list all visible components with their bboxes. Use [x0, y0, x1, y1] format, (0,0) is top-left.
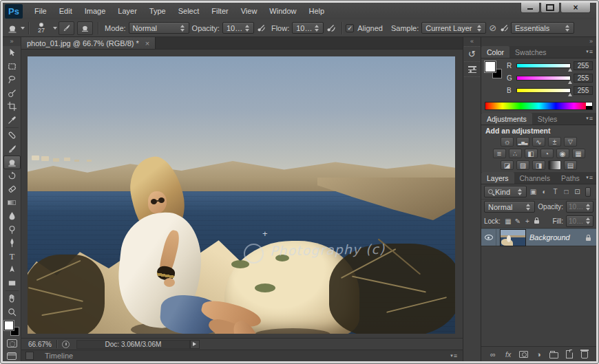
lock-transparency-icon[interactable]: ▦ — [503, 217, 513, 225]
adjustments-panel-menu-icon[interactable] — [586, 115, 593, 122]
dodge-tool[interactable] — [3, 223, 21, 237]
exposure-icon[interactable] — [548, 137, 561, 147]
layer-blend-mode-dropdown[interactable]: Normal — [484, 201, 535, 213]
flow-dropdown[interactable]: 100% — [292, 22, 324, 34]
white-black-picker[interactable] — [586, 103, 592, 109]
photo-filter-icon[interactable] — [540, 149, 554, 158]
quick-selection-tool[interactable] — [3, 87, 21, 100]
path-selection-tool[interactable] — [3, 263, 21, 277]
layer-row-background[interactable]: Background — [481, 228, 596, 246]
move-tool[interactable] — [3, 46, 21, 60]
timeline-tab[interactable]: Timeline — [45, 352, 73, 360]
layer-visibility-toggle[interactable] — [481, 229, 496, 246]
filter-adjustment-layers-icon[interactable]: ◐ — [540, 188, 549, 195]
gradient-tool[interactable] — [3, 196, 21, 210]
close-button[interactable] — [560, 3, 591, 13]
clone-stamp-tool[interactable] — [3, 156, 21, 169]
layer-styles-fx-button[interactable]: fx — [503, 349, 514, 360]
filter-type-layers-icon[interactable]: T — [551, 188, 560, 195]
eyedropper-tool[interactable] — [3, 114, 21, 127]
collapse-tools-chevron-icon[interactable]: » — [3, 37, 21, 46]
curves-icon[interactable] — [532, 137, 545, 147]
invert-icon[interactable] — [501, 160, 514, 170]
green-value-field[interactable]: 255 — [574, 74, 593, 83]
properties-panel-icon[interactable] — [464, 61, 480, 76]
close-tab-icon[interactable] — [145, 39, 149, 47]
pressure-size-icon[interactable] — [499, 23, 509, 33]
blend-mode-dropdown[interactable]: Normal — [129, 22, 189, 34]
blue-slider[interactable] — [516, 88, 571, 93]
maximize-button[interactable] — [540, 3, 560, 13]
document-tab[interactable]: photo_01.jpg @ 66.7% (RGB/8) * — [21, 37, 156, 49]
timeline-panel-menu-icon[interactable] — [450, 352, 457, 359]
history-brush-tool[interactable] — [3, 169, 21, 183]
green-slider[interactable] — [516, 76, 571, 81]
posterize-icon[interactable] — [516, 160, 529, 170]
status-options-arrow-button[interactable] — [190, 340, 200, 349]
new-layer-icon[interactable] — [564, 349, 575, 360]
lock-position-icon[interactable]: + — [523, 217, 532, 225]
brush-picker-caret-icon[interactable] — [53, 27, 57, 30]
layer-opacity-dropdown[interactable]: 100% — [566, 201, 593, 213]
foreground-background-swatches[interactable] — [3, 320, 20, 336]
shape-tool[interactable] — [3, 277, 21, 290]
add-layer-mask-icon[interactable] — [518, 349, 529, 360]
brush-size-preview[interactable]: 27 — [32, 21, 50, 36]
lock-all-icon[interactable] — [532, 217, 542, 225]
hand-tool[interactable] — [3, 292, 21, 306]
color-panel-menu-icon[interactable] — [586, 48, 593, 55]
levels-icon[interactable] — [516, 137, 529, 147]
selective-color-icon[interactable] — [564, 160, 577, 170]
marquee-tool[interactable] — [3, 60, 21, 74]
brush-tool[interactable] — [3, 142, 21, 156]
expand-dock-chevron-icon[interactable]: « — [463, 37, 481, 46]
delete-layer-icon[interactable] — [579, 349, 590, 360]
ignore-adjustment-layers-icon[interactable]: ⊘ — [489, 23, 496, 33]
gradient-map-icon[interactable] — [548, 160, 561, 170]
brightness-contrast-icon[interactable] — [501, 137, 514, 147]
filter-kind-dropdown[interactable]: Kind — [484, 186, 527, 197]
screen-mode-button[interactable] — [7, 352, 17, 360]
color-lookup-icon[interactable] — [572, 149, 585, 158]
eraser-tool[interactable] — [3, 182, 21, 196]
lock-pixels-icon[interactable]: ✎ — [513, 217, 523, 225]
menu-help[interactable]: Help — [302, 7, 330, 15]
menu-file[interactable]: File — [28, 7, 53, 15]
aligned-checkbox[interactable] — [346, 24, 354, 32]
menu-layer[interactable]: Layer — [112, 7, 143, 15]
blue-value-field[interactable]: 255 — [574, 86, 593, 95]
tab-styles[interactable]: Styles — [532, 113, 563, 125]
tab-layers[interactable]: Layers — [481, 172, 514, 184]
black-white-icon[interactable] — [525, 149, 538, 158]
filter-pixel-layers-icon[interactable]: ▣ — [529, 188, 538, 195]
history-panel-icon[interactable] — [464, 46, 480, 61]
menu-image[interactable]: Image — [78, 7, 112, 15]
layer-thumbnail[interactable] — [500, 229, 526, 246]
vibrance-icon[interactable] — [564, 137, 577, 147]
threshold-icon[interactable] — [532, 160, 545, 170]
menu-view[interactable]: View — [235, 7, 264, 15]
tab-color[interactable]: Color — [481, 46, 509, 58]
filter-smart-objects-icon[interactable]: ⊡ — [573, 188, 582, 195]
menu-type[interactable]: Type — [143, 7, 172, 15]
tab-channels[interactable]: Channels — [514, 172, 556, 184]
filter-shape-layers-icon[interactable]: □ — [562, 188, 571, 195]
fill-dropdown[interactable]: 100% — [566, 215, 593, 227]
new-group-icon[interactable] — [549, 349, 560, 360]
crop-tool[interactable] — [3, 100, 21, 114]
menu-window[interactable]: Window — [263, 7, 302, 15]
tool-preset-caret-icon[interactable] — [21, 27, 25, 30]
zoom-tool[interactable] — [3, 306, 21, 319]
foreground-color-swatch[interactable] — [485, 61, 496, 72]
type-tool[interactable]: T — [3, 250, 21, 264]
red-value-field[interactable]: 255 — [574, 61, 593, 70]
clone-stamp-preset-icon[interactable] — [7, 23, 18, 34]
airbrush-icon[interactable] — [326, 23, 336, 33]
new-adjustment-layer-icon[interactable] — [533, 349, 544, 360]
quick-mask-button[interactable] — [7, 339, 17, 347]
blur-tool[interactable] — [3, 209, 21, 223]
red-slider[interactable] — [516, 63, 571, 68]
pressure-opacity-icon[interactable] — [256, 23, 266, 33]
tab-swatches[interactable]: Swatches — [509, 46, 552, 58]
minimize-button[interactable] — [521, 3, 540, 13]
